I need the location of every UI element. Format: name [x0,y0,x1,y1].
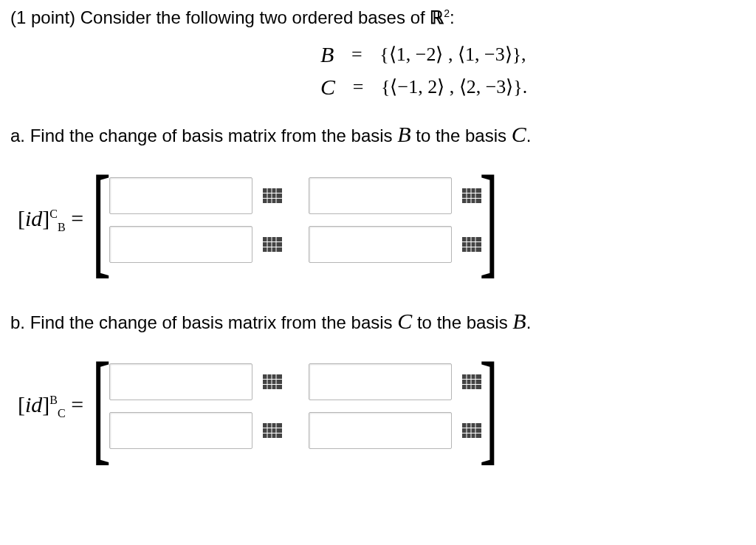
intro-text: (1 point) Consider the following two ord… [10,7,430,27]
part-b-tail: . [526,312,532,332]
svg-rect-37 [263,428,282,433]
svg-rect-8 [462,199,481,203]
svg-rect-42 [462,423,481,428]
part-a-prompt: a. Find the change of basis matrix from … [10,119,746,150]
real-exponent: 2 [444,7,450,19]
svg-rect-2 [263,199,282,203]
part-b-prompt: b. Find the change of basis matrix from … [10,306,746,337]
matrix-b-11-input[interactable] [109,363,252,400]
svg-rect-30 [462,374,481,379]
matrix-b-sup: B [49,394,58,406]
basis-b-set: {⟨1, −2⟩ , ⟨1, −3⟩}, [379,41,526,69]
svg-rect-24 [263,374,282,379]
basis-b-name: B [320,38,334,71]
part-a-to: C [512,122,526,146]
keyboard-icon[interactable] [263,423,282,438]
bracket-close: ] [42,392,49,417]
matrix-a-11-input[interactable] [109,177,252,214]
part-b-from: C [397,309,412,333]
part-a-tail: . [526,126,532,145]
svg-rect-20 [462,247,481,252]
matrix-a-21-input[interactable] [109,226,252,263]
matrix-b-lhs: [id]BC = [18,392,83,420]
svg-rect-0 [263,188,282,193]
part-b-text: Find the change of basis matrix from the… [30,312,398,332]
bracket-open: [ [18,392,25,417]
keyboard-icon[interactable] [263,374,282,389]
matrix-b-sub: C [58,407,66,419]
real-symbol: ℝ [430,8,444,27]
matrix-b-entry: [id]BC = [ ] [18,357,746,456]
part-a-text: Find the change of basis matrix from the… [30,126,398,145]
matrix-a-lhs: [id]CB = [18,206,83,234]
svg-rect-26 [263,385,282,389]
matrix-a-grid [109,177,481,263]
svg-rect-38 [263,433,282,438]
matrix-a-22-input[interactable] [309,226,452,263]
bracket-close: ] [42,206,49,230]
keyboard-icon[interactable] [263,188,282,203]
svg-rect-19 [462,242,481,247]
matrix-b-12-input[interactable] [309,363,452,400]
svg-rect-13 [263,242,282,247]
equals-sign: = [335,73,381,101]
matrix-b-eq: = [66,392,83,417]
keyboard-icon[interactable] [462,237,481,252]
svg-rect-6 [462,188,481,193]
right-bracket: ] [479,171,498,269]
part-b-prefix: b. [10,312,25,332]
intro-tail: : [450,7,455,27]
svg-rect-44 [462,433,481,438]
svg-rect-14 [263,247,282,252]
part-b-to: B [512,309,526,333]
keyboard-icon[interactable] [462,374,481,389]
svg-rect-1 [263,193,282,198]
svg-rect-43 [462,428,481,433]
matrix-a-sup: C [49,208,58,220]
matrix-a-eq: = [66,206,83,230]
right-bracket: ] [479,357,498,456]
basis-c-set: {⟨−1, 2⟩ , ⟨2, −3⟩}. [381,73,527,101]
keyboard-icon[interactable] [462,423,481,438]
matrix-a-sub: B [58,221,66,233]
matrix-b-22-input[interactable] [309,412,452,449]
svg-rect-36 [263,423,282,428]
matrix-b-21-input[interactable] [109,412,252,449]
matrix-a-entry: [id]CB = [ ] [18,171,746,269]
left-bracket: [ [92,357,111,456]
keyboard-icon[interactable] [462,188,481,203]
basis-c-name: C [320,71,335,103]
id-text: id [25,392,42,417]
svg-rect-25 [263,380,282,384]
id-text: id [25,206,42,230]
svg-rect-12 [263,237,282,241]
svg-rect-32 [462,385,481,389]
part-a-mid: to the basis [411,126,512,145]
part-b-mid: to the basis [412,312,512,332]
problem-intro: (1 point) Consider the following two ord… [10,6,746,30]
bracket-open: [ [18,206,25,230]
matrix-b-grid [109,363,481,449]
svg-rect-7 [462,193,481,198]
part-a-prefix: a. [10,126,25,145]
keyboard-icon[interactable] [263,237,282,252]
matrix-a-12-input[interactable] [309,177,452,214]
part-a-from: B [397,122,410,146]
left-bracket: [ [92,171,111,269]
equals-sign: = [334,41,379,69]
basis-definitions: B = {⟨1, −2⟩ , ⟨1, −3⟩}, C = {⟨−1, 2⟩ , … [10,38,746,103]
svg-rect-31 [462,380,481,384]
svg-rect-18 [462,237,481,241]
